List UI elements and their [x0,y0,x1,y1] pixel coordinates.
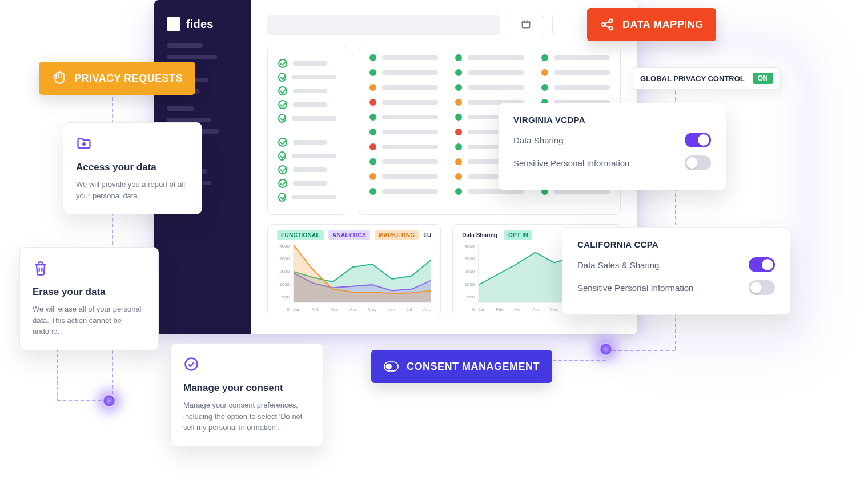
card-title: Access your data [76,162,189,173]
regulation-card-california: CALIFORNIA CCPA Data Sales & Sharing Sen… [562,227,790,315]
status-dot-orange [369,84,376,91]
chart-categories: FUNCTIONAL ANALYTICS MARKETING EU 400030… [267,224,441,316]
status-row [369,143,438,150]
region-label: EU [423,232,431,238]
toggle-sensitive-info[interactable] [749,280,775,295]
card-body: Manage your consent preferences, includi… [183,400,310,433]
status-dot-green [369,54,376,61]
reg-row-label: Sensitive Personal Information [577,283,693,293]
svg-rect-0 [522,21,530,28]
status-row [455,84,524,91]
connector-line [606,350,675,351]
data-mapping-badge[interactable]: DATA MAPPING [587,8,716,41]
logo-mark [167,17,180,31]
consent-management-label: CONSENT MANAGEMENT [407,361,540,373]
brand-name: fides [186,18,214,31]
status-dot-green [369,69,376,76]
status-dot-red [369,143,376,150]
reg-row-label: Data Sharing [513,135,564,145]
status-row [369,158,438,165]
status-dot-green [455,188,462,195]
check-circle-icon [183,364,199,374]
card-title: Manage your consent [183,382,310,394]
card-erase-data[interactable]: Erase your data We will erase all of you… [19,247,159,350]
status-dot-green [455,143,462,150]
status-row [369,129,438,135]
status-row [369,54,438,61]
toggle-icon [384,359,399,374]
status-dot-green [369,129,376,135]
reg-row-label: Sensitive Personal Information [513,158,629,168]
status-dot-green [541,84,548,91]
status-row [541,54,610,61]
regulation-title: VIRGINIA VCDPA [513,115,711,125]
check-panel [267,46,347,215]
status-row [455,54,524,61]
status-dot-green [369,158,376,165]
status-dot-green [369,114,376,121]
status-dot-red [455,129,462,135]
chip-optin[interactable]: OPT IN [504,230,532,240]
status-dot-green [541,54,548,61]
svg-point-5 [385,364,391,369]
data-mapping-label: DATA MAPPING [622,19,704,31]
toggle-sensitive-info[interactable] [685,155,711,170]
privacy-requests-label: PRIVACY REQUESTS [74,73,183,85]
card-manage-consent[interactable]: Manage your consent Manage your consent … [170,343,323,446]
calendar-icon [521,19,531,31]
card-body: We will erase all of your personal data.… [33,304,146,337]
date-picker[interactable] [508,15,544,35]
series-label: Data Sharing [462,232,497,238]
status-row [541,84,610,91]
global-privacy-control-pill[interactable]: GLOBAL PRIVACY CONTROL ON [633,67,781,89]
connector-node [103,394,115,407]
status-dot-orange [455,158,462,165]
toggle-data-sharing[interactable] [685,133,711,147]
status-dot-green [455,69,462,76]
chip-analytics[interactable]: ANALYTICS [328,230,370,240]
regulation-title: CALIFORNIA CCPA [577,239,775,249]
folder-download-icon [76,143,92,153]
chip-functional[interactable]: FUNCTIONAL [277,230,324,240]
status-row [369,114,438,121]
brand-row: fides [167,17,239,31]
consent-management-badge[interactable]: CONSENT MANAGEMENT [371,350,552,383]
status-dot-orange [369,173,376,180]
status-dot-orange [541,69,548,76]
search-input[interactable] [267,15,500,35]
hand-icon [51,71,66,86]
status-row [541,69,610,76]
reg-row-label: Data Sales & Sharing [577,260,659,270]
status-dot-orange [455,173,462,180]
card-title: Erase your data [33,286,146,298]
share-icon [600,17,614,32]
status-dot-green [455,84,462,91]
status-row [369,173,438,180]
status-dot-red [369,99,376,106]
privacy-requests-badge[interactable]: PRIVACY REQUESTS [39,62,195,95]
check-icon [278,59,287,68]
svg-point-1 [602,23,605,26]
status-dot-green [369,188,376,195]
regulation-card-virginia: VIRGINIA VCDPA Data Sharing Sensitive Pe… [498,103,726,190]
status-dot-orange [455,99,462,106]
gpc-state: ON [753,73,773,84]
card-access-data[interactable]: Access your data We will provide you a r… [63,122,202,214]
status-dot-green [455,114,462,121]
gpc-label: GLOBAL PRIVACY CONTROL [640,74,745,83]
card-body: We will provide you a report of all your… [76,179,189,201]
toggle-data-sales[interactable] [749,257,775,272]
connector-line [553,360,605,361]
status-row [369,188,438,195]
chip-marketing[interactable]: MARKETING [375,230,419,240]
svg-point-3 [609,27,612,30]
status-row [455,69,524,76]
svg-point-2 [609,19,612,22]
connector-node [600,343,612,356]
status-row [369,99,438,106]
status-dot-green [455,54,462,61]
status-row [369,69,438,76]
trash-icon [33,268,49,278]
status-row [369,84,438,91]
